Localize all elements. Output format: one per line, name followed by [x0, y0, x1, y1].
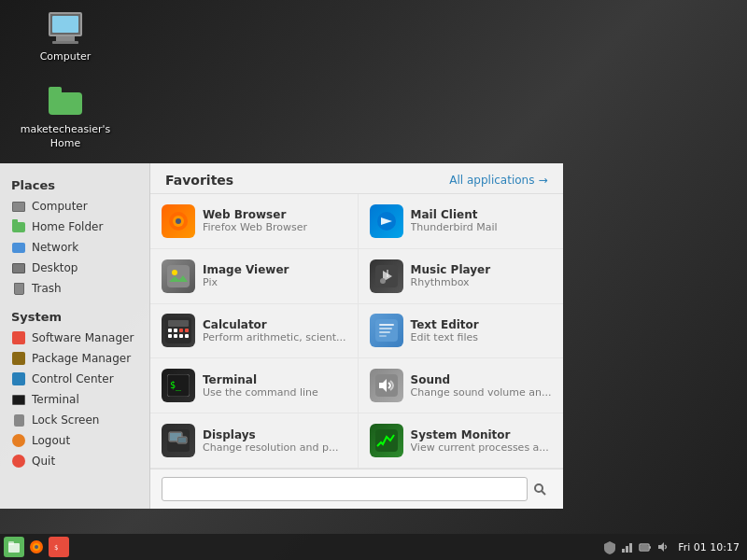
image-viewer-info: Image Viewer Pix — [203, 263, 346, 288]
computer-icon-label: Computer — [40, 50, 92, 63]
trash-small-icon — [11, 281, 26, 296]
svg-text:$: $ — [54, 544, 58, 552]
menu-item-lock-screen[interactable]: Lock Screen — [0, 410, 149, 430]
svg-rect-12 — [174, 329, 177, 332]
mail-client-desc: Thunderbird Mail — [411, 221, 552, 233]
svg-point-39 — [35, 545, 38, 549]
system-header: System — [0, 304, 149, 328]
svg-rect-32 — [375, 429, 398, 452]
volume-icon — [655, 539, 670, 554]
svg-rect-8 — [387, 270, 388, 277]
arrow-icon: → — [538, 174, 547, 187]
gedit-icon — [370, 314, 403, 347]
image-viewer-desc: Pix — [203, 276, 346, 288]
app-text-editor[interactable]: Text Editor Edit text files — [359, 304, 563, 359]
home-folder-small-icon — [11, 219, 26, 234]
sysmonitor-icon — [370, 424, 403, 457]
svg-point-7 — [380, 278, 386, 284]
taskbar-files-icon[interactable] — [4, 537, 24, 557]
lock-screen-icon — [11, 413, 26, 427]
software-manager-icon — [11, 330, 26, 345]
app-web-browser[interactable]: Web Browser Firefox Web Browser — [150, 194, 359, 249]
systray — [602, 539, 670, 554]
places-header: Places — [0, 173, 149, 196]
app-displays[interactable]: Displays Change resolution and p... — [150, 413, 359, 469]
terminal-app-icon: $_ — [162, 369, 195, 402]
displays-info: Displays Change resolution and p... — [203, 428, 346, 454]
power-icon — [638, 539, 653, 554]
menu-item-quit[interactable]: Quit — [0, 451, 149, 471]
app-terminal[interactable]: $_ Terminal Use the command line — [150, 358, 359, 413]
svg-rect-36 — [8, 541, 14, 545]
right-panel: Favorites All applications → Web Browser… — [149, 163, 563, 509]
svg-rect-20 — [379, 324, 394, 326]
terminal-small-icon — [11, 392, 26, 407]
svg-point-5 — [172, 270, 177, 275]
svg-point-2 — [176, 218, 181, 224]
calculator-info: Calculator Perform arithmetic, scient... — [203, 318, 346, 343]
svg-rect-46 — [641, 545, 648, 550]
svg-text:$_: $_ — [170, 380, 182, 391]
app-calculator[interactable]: Calculator Perform arithmetic, scient... — [150, 304, 359, 359]
app-music-player[interactable]: Music Player Rhythmbox — [359, 249, 563, 304]
app-system-monitor[interactable]: System Monitor View current processes a.… — [359, 413, 563, 469]
all-apps-link[interactable]: All applications → — [449, 174, 547, 187]
firefox-icon — [162, 204, 195, 238]
system-monitor-desc: View current processes a... — [411, 441, 552, 454]
menu-item-home-folder[interactable]: Home Folder — [0, 217, 149, 237]
menu-item-desktop[interactable]: Desktop — [0, 258, 149, 278]
computer-icon — [47, 9, 84, 47]
system-monitor-info: System Monitor View current processes a.… — [411, 428, 552, 454]
menu-item-package-manager[interactable]: Package Manager — [0, 348, 149, 369]
thunderbird-icon — [370, 204, 403, 238]
desktop-icon-home[interactable]: maketecheasier'sHome — [28, 82, 103, 150]
menu-item-control-center[interactable]: Control Center — [0, 369, 149, 389]
menu-item-network[interactable]: Network — [0, 237, 149, 258]
search-button[interactable] — [528, 477, 552, 501]
svg-rect-22 — [379, 331, 390, 333]
svg-rect-18 — [185, 334, 189, 338]
search-input[interactable] — [162, 477, 528, 501]
web-browser-info: Web Browser Firefox Web Browser — [203, 208, 346, 233]
svg-rect-41 — [622, 549, 625, 553]
svg-rect-19 — [375, 319, 398, 342]
apps-grid: Web Browser Firefox Web Browser Mail Cli… — [150, 194, 563, 469]
calculator-desc: Perform arithmetic, scient... — [203, 331, 346, 343]
music-player-name: Music Player — [411, 263, 552, 276]
taskbar-right: Fri 01 10:17 — [602, 539, 743, 554]
taskbar-terminal-icon[interactable]: $ — [49, 537, 69, 557]
home-folder-icon — [47, 82, 84, 119]
displays-icon — [162, 424, 195, 457]
mail-client-info: Mail Client Thunderbird Mail — [411, 208, 552, 233]
svg-rect-4 — [167, 265, 190, 287]
logout-icon — [11, 433, 26, 448]
app-image-viewer[interactable]: Image Viewer Pix — [150, 249, 359, 304]
calculator-name: Calculator — [203, 318, 346, 331]
sound-name: Sound — [411, 373, 552, 386]
package-manager-icon — [11, 351, 26, 366]
svg-rect-13 — [179, 329, 183, 332]
svg-rect-43 — [629, 543, 632, 553]
web-browser-desc: Firefox Web Browser — [203, 221, 346, 233]
taskbar-clock: Fri 01 10:17 — [674, 541, 743, 553]
svg-rect-16 — [174, 334, 177, 338]
sound-icon — [370, 369, 403, 402]
menu-item-trash[interactable]: Trash — [0, 278, 149, 299]
menu-item-computer[interactable]: Computer — [0, 196, 149, 217]
terminal-app-name: Terminal — [203, 373, 346, 386]
system-monitor-name: System Monitor — [411, 428, 552, 441]
favorites-header: Favorites All applications → — [150, 163, 563, 194]
menu-item-logout[interactable]: Logout — [0, 430, 149, 451]
taskbar-left: $ — [4, 537, 69, 557]
home-icon-label: maketecheasier'sHome — [21, 123, 111, 150]
app-sound[interactable]: Sound Change sound volume an... — [359, 358, 563, 413]
menu-item-software-manager[interactable]: Software Manager — [0, 328, 149, 348]
menu-item-terminal[interactable]: Terminal — [0, 389, 149, 410]
terminal-info: Terminal Use the command line — [203, 373, 346, 399]
image-viewer-name: Image Viewer — [203, 263, 346, 276]
taskbar-browser-icon[interactable] — [26, 537, 47, 557]
app-mail-client[interactable]: Mail Client Thunderbird Mail — [359, 194, 563, 249]
taskbar: $ Fri 01 10:17 — [0, 534, 747, 560]
desktop-icon-computer[interactable]: Computer — [28, 9, 103, 63]
control-center-icon — [11, 371, 26, 386]
